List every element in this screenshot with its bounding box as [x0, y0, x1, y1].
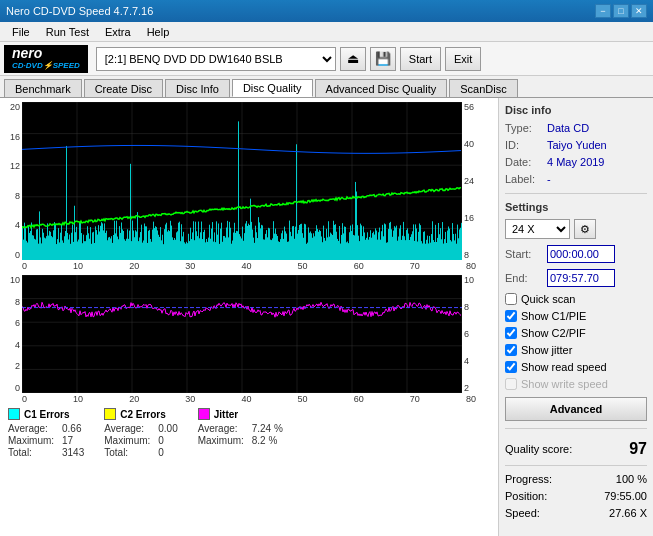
- disc-date-label: Date:: [505, 156, 543, 168]
- c1-color-box: [8, 408, 20, 420]
- c1-label: C1 Errors: [24, 409, 70, 420]
- speed-val: 27.66 X: [609, 507, 647, 519]
- show-c1pie-row: Show C1/PIE: [505, 310, 647, 322]
- disc-type-val: Data CD: [547, 122, 589, 134]
- jitter-color-box: [198, 408, 210, 420]
- show-read-label: Show read speed: [521, 361, 607, 373]
- show-write-checkbox[interactable]: [505, 378, 517, 390]
- top-chart-y-left: 20 16 12 8 4 0: [4, 102, 22, 260]
- disc-date-val: 4 May 2019: [547, 156, 604, 168]
- charts-area: 20 16 12 8 4 0 56 40 24 16 8 010 2030 40…: [0, 98, 498, 536]
- c2-total-row: Total: 0: [104, 447, 177, 458]
- c1-stats: C1 Errors Average: 0.66 Maximum: 17 Tota…: [8, 408, 84, 458]
- end-label: End:: [505, 272, 543, 284]
- jitter-max-row: Maximum: 8.2 %: [198, 435, 283, 446]
- settings-title: Settings: [505, 201, 647, 213]
- c2-total-val: 0: [158, 447, 164, 458]
- c2-color-box: [104, 408, 116, 420]
- show-c1pie-label: Show C1/PIE: [521, 310, 586, 322]
- start-time-input[interactable]: [547, 245, 615, 263]
- tab-bar: Benchmark Create Disc Disc Info Disc Qua…: [0, 76, 653, 98]
- quick-scan-label: Quick scan: [521, 293, 575, 305]
- speed-row-info: Speed: 27.66 X: [505, 507, 647, 519]
- c1-total-row: Total: 3143: [8, 447, 84, 458]
- c1-max-row: Maximum: 17: [8, 435, 84, 446]
- tab-create-disc[interactable]: Create Disc: [84, 79, 163, 97]
- jitter-max-val: 8.2 %: [252, 435, 278, 446]
- c2-avg-label: Average:: [104, 423, 154, 434]
- show-c2pif-row: Show C2/PIF: [505, 327, 647, 339]
- settings-icon-button[interactable]: ⚙: [574, 219, 596, 239]
- close-button[interactable]: ✕: [631, 4, 647, 18]
- drive-selector[interactable]: [2:1] BENQ DVD DD DW1640 BSLB: [96, 47, 336, 71]
- disc-type-label: Type:: [505, 122, 543, 134]
- quick-scan-row: Quick scan: [505, 293, 647, 305]
- c2-avg-val: 0.00: [158, 423, 177, 434]
- divider-1: [505, 193, 647, 194]
- app-title: Nero CD-DVD Speed 4.7.7.16: [6, 5, 595, 17]
- disc-label-label: Label:: [505, 173, 543, 185]
- show-c2pif-checkbox[interactable]: [505, 327, 517, 339]
- top-chart-y-right: 56 40 24 16 8: [462, 102, 484, 260]
- c2-header: C2 Errors: [104, 408, 177, 420]
- quality-score-row: Quality score: 97: [505, 440, 647, 458]
- disc-type-row: Type: Data CD: [505, 122, 647, 134]
- tab-disc-info[interactable]: Disc Info: [165, 79, 230, 97]
- bottom-chart-canvas: [22, 275, 462, 393]
- show-jitter-row: Show jitter: [505, 344, 647, 356]
- nero-logo: nero CD·DVD⚡SPEED: [4, 45, 88, 73]
- c1-avg-label: Average:: [8, 423, 58, 434]
- progress-label: Progress:: [505, 473, 552, 485]
- jitter-avg-val: 7.24 %: [252, 423, 283, 434]
- c1-total-val: 3143: [62, 447, 84, 458]
- end-time-input[interactable]: [547, 269, 615, 287]
- top-chart-wrapper: 20 16 12 8 4 0 56 40 24 16 8: [4, 102, 494, 260]
- quick-scan-checkbox[interactable]: [505, 293, 517, 305]
- nero-logo-text: nero: [12, 46, 80, 61]
- save-icon-button[interactable]: 💾: [370, 47, 396, 71]
- main-content: 20 16 12 8 4 0 56 40 24 16 8 010 2030 40…: [0, 98, 653, 536]
- tab-disc-quality[interactable]: Disc Quality: [232, 79, 313, 97]
- show-read-checkbox[interactable]: [505, 361, 517, 373]
- start-time-row: Start:: [505, 245, 647, 263]
- side-panel: Disc info Type: Data CD ID: Taiyo Yuden …: [498, 98, 653, 536]
- eject-icon-button[interactable]: ⏏: [340, 47, 366, 71]
- top-chart-canvas: [22, 102, 462, 260]
- c1-header: C1 Errors: [8, 408, 84, 420]
- tab-scan-disc[interactable]: ScanDisc: [449, 79, 517, 97]
- disc-label-val: -: [547, 173, 551, 185]
- disc-date-row: Date: 4 May 2019: [505, 156, 647, 168]
- exit-button[interactable]: Exit: [445, 47, 481, 71]
- speed-selector[interactable]: 24 X 16 X 8 X 4 X MAX: [505, 219, 570, 239]
- progress-row: Progress: 100 %: [505, 473, 647, 485]
- c2-max-row: Maximum: 0: [104, 435, 177, 446]
- quality-score-label: Quality score:: [505, 443, 572, 455]
- start-button[interactable]: Start: [400, 47, 441, 71]
- top-chart-x-axis: 010 2030 4050 6070 80: [4, 260, 494, 271]
- show-jitter-checkbox[interactable]: [505, 344, 517, 356]
- show-write-label: Show write speed: [521, 378, 608, 390]
- menu-help[interactable]: Help: [139, 24, 178, 40]
- quality-score-val: 97: [629, 440, 647, 458]
- bottom-chart-y-right: 10 8 6 4 2: [462, 275, 484, 393]
- disc-info-title: Disc info: [505, 104, 647, 116]
- divider-2: [505, 428, 647, 429]
- c1-max-label: Maximum:: [8, 435, 58, 446]
- show-c1pie-checkbox[interactable]: [505, 310, 517, 322]
- divider-3: [505, 465, 647, 466]
- advanced-button[interactable]: Advanced: [505, 397, 647, 421]
- menu-extra[interactable]: Extra: [97, 24, 139, 40]
- tab-advanced-disc-quality[interactable]: Advanced Disc Quality: [315, 79, 448, 97]
- jitter-max-label: Maximum:: [198, 435, 248, 446]
- minimize-button[interactable]: −: [595, 4, 611, 18]
- menu-bar: File Run Test Extra Help: [0, 22, 653, 42]
- c1-total-label: Total:: [8, 447, 58, 458]
- position-val: 79:55.00: [604, 490, 647, 502]
- menu-file[interactable]: File: [4, 24, 38, 40]
- tab-benchmark[interactable]: Benchmark: [4, 79, 82, 97]
- end-time-row: End:: [505, 269, 647, 287]
- disc-id-row: ID: Taiyo Yuden: [505, 139, 647, 151]
- menu-run-test[interactable]: Run Test: [38, 24, 97, 40]
- maximize-button[interactable]: □: [613, 4, 629, 18]
- disc-id-label: ID:: [505, 139, 543, 151]
